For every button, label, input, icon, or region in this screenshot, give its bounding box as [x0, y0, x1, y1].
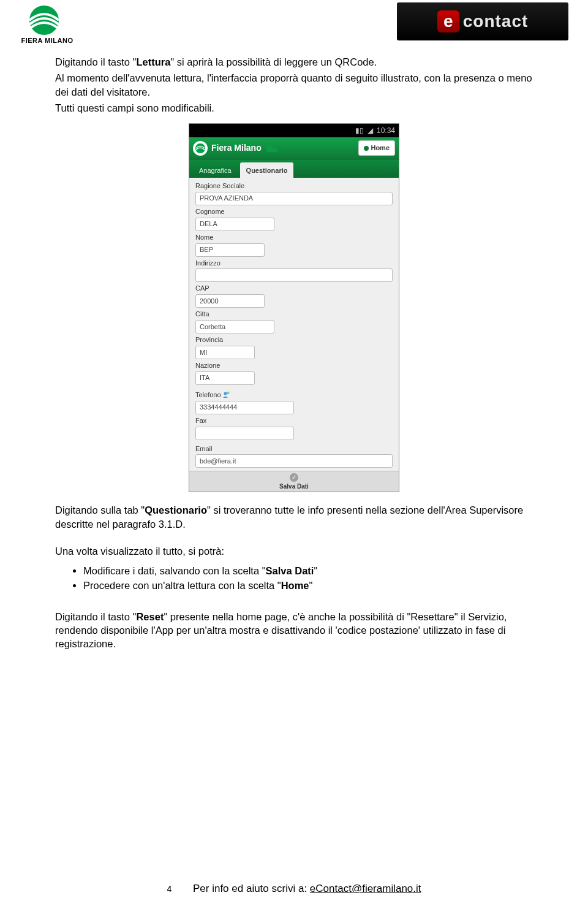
field-cognome: Cognome DELA [195, 207, 393, 231]
paragraph-2: Al momento dell'avvenuta lettura, l'inte… [55, 71, 533, 99]
footer-email: eContact@fieramilano.it [310, 883, 421, 894]
home-button[interactable]: Home [358, 140, 395, 156]
input-indirizzo[interactable] [195, 268, 393, 282]
wifi-icon [266, 145, 277, 152]
paragraph-4: Digitando sulla tab "Questionario" si tr… [55, 503, 533, 531]
svg-point-2 [224, 392, 227, 395]
signal-icon: ▮▯ [355, 126, 364, 135]
paragraph-6: Digitando il tasto "Reset" presente nell… [55, 610, 533, 651]
tab-anagrafica[interactable]: Anagrafica [193, 162, 238, 178]
input-cap[interactable]: 20000 [195, 294, 265, 308]
salva-dati-button[interactable]: ✓ Salva Dati [189, 471, 399, 492]
paragraph-3: Tutti questi campi sono modificabili. [55, 101, 533, 115]
econtact-wordmark: contact [463, 12, 529, 31]
input-email[interactable]: bde@fiera.it [195, 454, 393, 468]
field-provincia: Provincia MI [195, 335, 393, 359]
document-body: Digitando il tasto "Lettura" si aprirà l… [0, 55, 588, 650]
page-header: FIERA MILANO e contact [0, 0, 588, 55]
input-cognome[interactable]: DELA [195, 218, 274, 231]
phone-screenshot: ▮▯ ◢ 10:34 Fiera Milano Home Anagrafica … [189, 123, 399, 492]
page-number: 4 [167, 884, 172, 894]
android-status-bar: ▮▯ ◢ 10:34 [189, 124, 399, 137]
field-indirizzo: Indirizzo [195, 259, 393, 283]
home-dot-icon [364, 146, 369, 151]
page-footer: 4 Per info ed aiuto scrivi a: eContact@f… [0, 883, 588, 895]
fiera-milano-text: FIERA MILANO [20, 37, 75, 44]
paragraph-5: Una volta visualizzato il tutto, si potr… [55, 544, 533, 558]
input-ragione-sociale[interactable]: PROVA AZIENDA [195, 192, 393, 205]
svg-point-1 [195, 143, 205, 153]
bullet-list: Modificare i dati, salvando con la scelt… [83, 564, 533, 593]
field-cap: CAP 20000 [195, 284, 393, 308]
field-ragione-sociale: Ragione Sociale PROVA AZIENDA [195, 181, 393, 205]
input-nazione[interactable]: ITA [195, 371, 255, 385]
fiera-swirl-icon [20, 5, 69, 36]
app-header: Fiera Milano Home [189, 137, 399, 159]
tab-bar: Anagrafica Questionario [189, 159, 399, 178]
tab-questionario[interactable]: Questionario [240, 162, 294, 178]
field-nome: Nome BEP [195, 233, 393, 257]
input-fax[interactable] [195, 427, 294, 440]
field-telefono: Telefono 3334444444 [195, 390, 393, 414]
input-telefono[interactable]: 3334444444 [195, 401, 294, 414]
field-fax: Fax [195, 416, 393, 440]
app-icon [193, 141, 208, 156]
field-citta: Citta Corbetta [195, 310, 393, 333]
app-title: Fiera Milano [211, 142, 355, 154]
input-citta[interactable]: Corbetta [195, 320, 274, 333]
field-email: Email bde@fiera.it [195, 444, 393, 468]
input-nome[interactable]: BEP [195, 243, 265, 257]
input-provincia[interactable]: MI [195, 346, 255, 359]
add-contact-icon[interactable] [222, 391, 230, 398]
fiera-milano-logo: FIERA MILANO [20, 5, 75, 44]
form-area: Ragione Sociale PROVA AZIENDA Cognome DE… [189, 178, 399, 471]
bullet-1: Modificare i dati, salvando con la scelt… [83, 564, 533, 577]
paragraph-1: Digitando il tasto "Lettura" si aprirà l… [55, 55, 533, 69]
bullet-2: Procedere con un'altra lettura con la sc… [83, 579, 533, 592]
check-icon: ✓ [290, 473, 298, 482]
econtact-e-icon: e [437, 10, 459, 32]
field-nazione: Nazione ITA [195, 361, 393, 385]
econtact-logo: e contact [397, 2, 568, 40]
status-time: 10:34 [377, 126, 395, 135]
cell-icon: ◢ [368, 126, 373, 135]
